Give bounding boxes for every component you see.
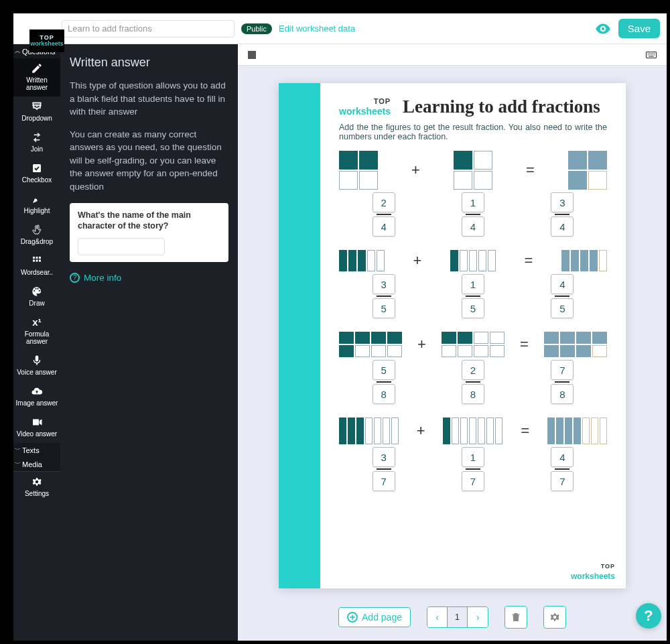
add-page-label: Add page bbox=[362, 612, 402, 623]
fraction-input[interactable]: 14 bbox=[460, 191, 486, 238]
image-icon[interactable] bbox=[246, 49, 258, 61]
example-question: What's the name of the main character of… bbox=[78, 210, 220, 232]
dropdown-icon bbox=[15, 101, 59, 113]
palette-icon bbox=[15, 285, 59, 298]
page-controls: + Add page ‹ 1 › bbox=[238, 599, 667, 641]
trash-icon bbox=[510, 611, 522, 623]
numerator-box[interactable]: 3 bbox=[373, 447, 395, 467]
section-media-label: Media bbox=[22, 460, 42, 468]
fraction-input[interactable]: 28 bbox=[460, 359, 486, 405]
numerator-box[interactable]: 4 bbox=[551, 274, 574, 294]
numerator-box[interactable]: 1 bbox=[462, 192, 484, 212]
explainer-p2: You can create as many correct answers a… bbox=[70, 128, 228, 194]
denominator-box[interactable]: 5 bbox=[373, 298, 395, 318]
denominator-box[interactable]: 4 bbox=[462, 216, 484, 237]
fraction-input[interactable]: 24 bbox=[371, 191, 397, 238]
sidebar-item-label: Checkbox bbox=[15, 176, 59, 184]
keyboard-icon[interactable] bbox=[644, 49, 659, 61]
numerator-box[interactable]: 1 bbox=[462, 274, 484, 294]
numerator-box[interactable]: 7 bbox=[551, 360, 574, 380]
numerator-box[interactable]: 2 bbox=[462, 360, 484, 380]
explainer-panel: Written answer This type of question all… bbox=[60, 44, 238, 641]
top-bar: TOP worksheets Public Edit worksheet dat… bbox=[13, 13, 667, 44]
fraction-input[interactable]: 58 bbox=[371, 359, 397, 405]
sidebar-voice[interactable]: Voice answer bbox=[13, 350, 60, 381]
gear-icon bbox=[549, 611, 561, 623]
numerator-box[interactable]: 2 bbox=[373, 192, 395, 212]
fraction-input[interactable]: 17 bbox=[460, 446, 486, 493]
page-spine bbox=[279, 83, 320, 588]
numerator-box[interactable]: 5 bbox=[373, 360, 395, 380]
brand-bottom: worksheets bbox=[29, 41, 64, 47]
denominator-box[interactable]: 7 bbox=[373, 471, 395, 491]
page-number: 1 bbox=[448, 607, 468, 627]
sidebar-draw[interactable]: Draw bbox=[13, 281, 60, 312]
denominator-box[interactable]: 7 bbox=[551, 471, 574, 491]
denominator-box[interactable]: 8 bbox=[551, 384, 574, 404]
fraction-input[interactable]: 35 bbox=[371, 273, 397, 320]
help-button[interactable]: ? bbox=[636, 603, 661, 629]
preview-icon[interactable] bbox=[594, 20, 612, 38]
delete-page-button[interactable] bbox=[505, 606, 527, 629]
next-page-button[interactable]: › bbox=[468, 607, 488, 627]
page-title: Learning to add fractions bbox=[403, 96, 600, 117]
sidebar-wordsearch[interactable]: Wordsear.. bbox=[13, 251, 60, 281]
sidebar-item-label: Voice answer bbox=[15, 369, 59, 376]
sidebar-dragdrop[interactable]: Drag&drop bbox=[13, 220, 60, 251]
denominator-box[interactable]: 5 bbox=[551, 298, 574, 318]
checkbox-icon bbox=[15, 162, 59, 174]
chevron-down-icon: ﹀ bbox=[15, 460, 21, 468]
fraction-input[interactable]: 34 bbox=[549, 191, 576, 238]
sidebar-item-label: Join bbox=[15, 145, 59, 153]
app-root: TOP worksheets Public Edit worksheet dat… bbox=[13, 13, 667, 641]
add-page-button[interactable]: + Add page bbox=[338, 607, 411, 627]
fraction-input[interactable]: 47 bbox=[549, 446, 576, 493]
page-settings-button[interactable] bbox=[543, 606, 566, 629]
section-texts[interactable]: ﹀Texts bbox=[13, 443, 60, 457]
brand-logo: TOP worksheets bbox=[29, 29, 64, 52]
sidebar-image[interactable]: Image answer bbox=[13, 381, 60, 412]
sidebar-highlight[interactable]: Highlight bbox=[13, 189, 60, 220]
prev-page-button[interactable]: ‹ bbox=[427, 607, 448, 627]
fraction-input[interactable]: 78 bbox=[549, 359, 576, 405]
denominator-box[interactable]: 8 bbox=[462, 384, 484, 404]
sidebar-join[interactable]: Join bbox=[13, 127, 60, 158]
sidebar-checkbox[interactable]: Checkbox bbox=[13, 158, 60, 189]
denominator-box[interactable]: 5 bbox=[462, 298, 484, 318]
sidebar-item-label: Wordsear.. bbox=[15, 269, 59, 276]
worksheet-page[interactable]: TOP worksheets Learning to add fractions… bbox=[279, 83, 626, 588]
numerator-box[interactable]: 4 bbox=[551, 447, 574, 467]
sidebar-item-label: Draw bbox=[15, 300, 59, 307]
section-media[interactable]: ﹀Media bbox=[13, 457, 60, 471]
sidebar-video[interactable]: Video answer bbox=[13, 412, 60, 443]
sidebar-item-label: Settings bbox=[15, 490, 59, 497]
sidebar-item-label: Drag&drop bbox=[15, 238, 59, 245]
visibility-badge[interactable]: Public bbox=[241, 23, 272, 34]
numerator-box[interactable]: 3 bbox=[373, 274, 395, 294]
numerator-box[interactable]: 1 bbox=[462, 447, 484, 467]
fraction-input[interactable]: 37 bbox=[371, 446, 397, 493]
sidebar-settings[interactable]: Settings bbox=[13, 471, 60, 503]
denominator-box[interactable]: 4 bbox=[551, 216, 574, 237]
sidebar-formula[interactable]: x¹ Formula answer bbox=[13, 312, 60, 350]
save-button[interactable]: Save bbox=[618, 19, 660, 38]
denominator-box[interactable]: 7 bbox=[462, 471, 484, 491]
sidebar-item-label: Highlight bbox=[15, 207, 59, 214]
more-info-link[interactable]: ? More info bbox=[70, 271, 121, 285]
sidebar: ︿Questions Written answer Dropdown Join … bbox=[13, 44, 60, 641]
sidebar-dropdown[interactable]: Dropdown bbox=[13, 96, 60, 127]
section-texts-label: Texts bbox=[22, 446, 40, 454]
fraction-input[interactable]: 45 bbox=[549, 273, 576, 320]
canvas-scroll[interactable]: TOP worksheets Learning to add fractions… bbox=[238, 66, 667, 599]
denominator-box[interactable]: 4 bbox=[373, 216, 395, 237]
worksheet-title-input[interactable] bbox=[62, 20, 234, 38]
edit-worksheet-link[interactable]: Edit worksheet data bbox=[279, 23, 355, 34]
question-circle-icon: ? bbox=[70, 273, 80, 283]
fraction-input[interactable]: 15 bbox=[460, 273, 486, 320]
sidebar-written-answer[interactable]: Written answer bbox=[13, 58, 60, 96]
hand-icon bbox=[15, 224, 59, 236]
denominator-box[interactable]: 8 bbox=[373, 384, 395, 404]
numerator-box[interactable]: 3 bbox=[551, 192, 574, 212]
chevron-down-icon: ﹀ bbox=[15, 446, 21, 454]
explainer-title: Written answer bbox=[70, 54, 228, 71]
